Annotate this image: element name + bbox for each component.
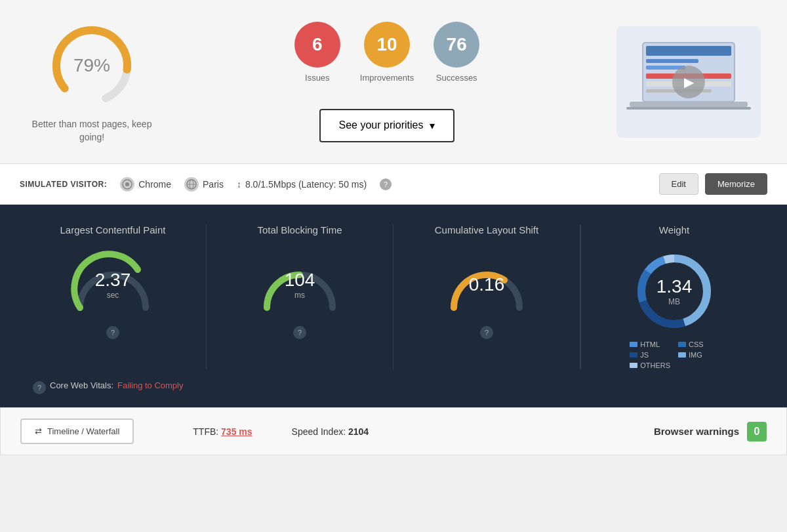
css-label: CSS (689, 340, 704, 348)
ttfb-section: TTFB: 735 ms (193, 426, 252, 437)
visitor-browser: Chrome (120, 177, 171, 192)
issues-count: 6 (294, 22, 340, 68)
score-donut: 79% (46, 20, 138, 112)
lcp-gauge: 2.37 sec (67, 249, 159, 321)
issues-badge: 6 Issues (294, 22, 340, 83)
speed-section: Speed Index: 2104 (292, 426, 369, 437)
lcp-title: Largest Contentful Paint (60, 224, 166, 235)
improvements-label: Improvements (360, 73, 414, 83)
lcp-value: 2.37 sec (95, 270, 131, 300)
metrics-center: 6 Issues 10 Improvements 76 Successes Se… (294, 22, 479, 142)
tbt-item: Total Blocking Time 104 ms ? (207, 224, 394, 369)
cls-item: Cumulative Layout Shift 0.16 ? (394, 224, 580, 369)
lcp-item: Largest Contentful Paint 2.37 sec ? (20, 224, 207, 369)
improvements-count: 10 (364, 22, 410, 68)
legend-html: HTML (630, 340, 670, 348)
html-color-dot (630, 342, 637, 347)
priorities-button-label: See your priorities (339, 119, 424, 131)
play-button[interactable]: ▶ (672, 66, 705, 98)
cwv-label: Core Web Vitals: (50, 380, 113, 390)
js-color-dot (630, 352, 637, 358)
edit-button[interactable]: Edit (659, 173, 698, 195)
svg-rect-3 (646, 46, 731, 56)
cwv-failing-status: Failing to Comply (117, 380, 183, 390)
speed-arrows-icon: ↕ (237, 179, 241, 190)
legend-css: CSS (678, 340, 719, 348)
weight-title: Weight (659, 224, 689, 235)
bottom-bar: ⇄ Timeline / Waterfall TTFB: 735 ms Spee… (0, 407, 787, 455)
browser-warnings-section: Browser warnings 0 (654, 422, 767, 441)
help-icon[interactable]: ? (380, 178, 392, 190)
location-name: Paris (203, 179, 224, 190)
cls-value: 0.16 (469, 274, 505, 295)
timeline-button[interactable]: ⇄ Timeline / Waterfall (20, 419, 134, 444)
weight-gauge: 1.34 MB (632, 249, 717, 334)
js-label: JS (640, 351, 649, 359)
others-color-dot (630, 363, 637, 368)
memorize-button[interactable]: Memorize (705, 173, 767, 195)
warnings-count-badge: 0 (747, 422, 767, 441)
svg-rect-9 (630, 102, 748, 107)
svg-point-12 (125, 182, 129, 186)
summary-section: 79% Better than most pages, keep going! … (0, 0, 787, 164)
chrome-icon (120, 177, 134, 192)
weight-legend: HTML CSS JS IMG OTHERS (630, 340, 719, 369)
img-label: IMG (689, 351, 702, 359)
globe-icon (184, 177, 199, 192)
speed-value: 8.0/1.5Mbps (Latency: 50 ms) (245, 179, 367, 190)
tbt-value: 104 ms (285, 270, 315, 300)
visitor-speed: ↕ 8.0/1.5Mbps (Latency: 50 ms) (237, 179, 367, 190)
tbt-help-icon[interactable]: ? (293, 326, 306, 339)
successes-badge: 76 Successes (434, 22, 479, 83)
warnings-label: Browser warnings (654, 426, 739, 437)
visitor-label: SIMULATED VISITOR: (20, 180, 107, 189)
img-color-dot (678, 352, 686, 358)
metrics-section: Largest Contentful Paint 2.37 sec ? Tota… (0, 205, 787, 407)
speed-value: 2104 (348, 426, 369, 437)
cls-help-icon[interactable]: ? (480, 326, 493, 339)
visitor-bar: SIMULATED VISITOR: Chrome Paris ↕ 8.0/1.… (0, 164, 787, 205)
tbt-title: Total Blocking Time (257, 224, 342, 235)
visitor-actions: Edit Memorize (659, 173, 767, 195)
others-label: OTHERS (640, 361, 670, 369)
speed-label: Speed Index: (292, 426, 346, 437)
visitor-location: Paris (184, 177, 224, 192)
improvements-badge: 10 Improvements (360, 22, 414, 83)
successes-label: Successes (436, 73, 477, 83)
css-color-dot (678, 342, 686, 347)
ttfb-label: TTFB: (193, 426, 218, 437)
video-thumbnail[interactable]: ▶ (616, 26, 761, 138)
score-value: 79% (73, 55, 110, 76)
issues-label: Issues (305, 73, 330, 83)
svg-rect-4 (646, 59, 698, 63)
metrics-badges: 6 Issues 10 Improvements 76 Successes (294, 22, 479, 83)
weight-value: 1.34 (656, 276, 693, 297)
cls-gauge: 0.16 (441, 249, 533, 321)
weight-item: Weight 1.34 MB (580, 224, 767, 369)
tbt-gauge: 104 ms (254, 249, 346, 321)
timeline-icon: ⇄ (35, 426, 42, 436)
cwv-status-help-icon[interactable]: ? (33, 381, 46, 394)
successes-count: 76 (434, 22, 479, 68)
chevron-down-icon: ▾ (430, 119, 435, 132)
timeline-label: Timeline / Waterfall (47, 426, 119, 436)
cwv-grid: Largest Contentful Paint 2.37 sec ? Tota… (20, 224, 767, 369)
legend-others: OTHERS (630, 361, 670, 369)
browser-name: Chrome (138, 179, 171, 190)
legend-js: JS (630, 351, 670, 359)
ttfb-value[interactable]: 735 ms (221, 426, 252, 437)
html-label: HTML (640, 340, 660, 348)
lcp-help-icon[interactable]: ? (106, 326, 119, 339)
cls-title: Cumulative Layout Shift (435, 224, 538, 235)
legend-img: IMG (678, 351, 719, 359)
core-vitals-status: ? Core Web Vitals: Failing to Comply (20, 369, 767, 394)
priorities-button[interactable]: See your priorities ▾ (319, 109, 455, 142)
svg-rect-10 (626, 107, 751, 110)
score-container: 79% Better than most pages, keep going! (26, 20, 157, 144)
weight-unit: MB (656, 297, 693, 306)
